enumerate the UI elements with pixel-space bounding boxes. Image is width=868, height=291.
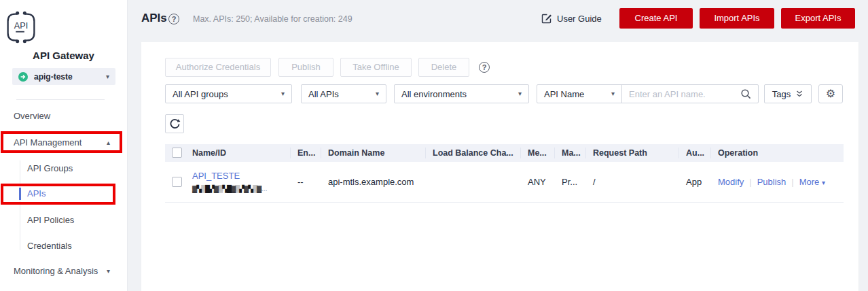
cell-domain-name: api-mtls.example.com [321, 177, 426, 187]
column-header-domain-name: Domain Name [321, 148, 426, 158]
help-icon[interactable]: ? [479, 62, 490, 73]
more-action-link[interactable]: More ▾ [799, 177, 825, 187]
modify-action-link[interactable]: Modify [718, 177, 744, 187]
sidebar-item-api-management[interactable]: API Management ▴ [14, 135, 115, 150]
sidebar-item-monitoring-analysis[interactable]: Monitoring & Analysis ▾ [14, 264, 115, 279]
api-table: Name/ID En... Domain Name Load Balance C… [165, 144, 844, 203]
sidebar-item-overview[interactable]: Overview [14, 109, 115, 124]
help-icon[interactable]: ? [168, 14, 179, 24]
column-header-load-balance: Load Balance Cha... [426, 148, 521, 158]
api-gateway-logo: API [0, 7, 127, 47]
page-title: APIs [141, 12, 167, 25]
search-input[interactable] [622, 85, 758, 103]
api-id-redacted: ▓▚▒█▞▓▒▚█▓▒▞▓▚▒▓ [192, 185, 261, 192]
sidebar-item-label: API Management [14, 135, 82, 150]
svg-text:API: API [14, 21, 28, 31]
sidebar-divider [16, 99, 105, 100]
cell-method: ANY [521, 177, 555, 187]
select-all-checkbox[interactable] [172, 148, 182, 158]
chevron-down-icon: ▾ [822, 179, 825, 186]
column-header-env: En... [291, 148, 321, 158]
more-label: More [799, 177, 820, 187]
publish-action-link[interactable]: Publish [757, 177, 786, 187]
sidebar-item-label: Credentials [27, 239, 72, 254]
environment-filter-dropdown[interactable]: All environments ▾ [394, 84, 529, 103]
search-combo: API Name ▾ [537, 84, 759, 103]
dropdown-value: All APIs [308, 89, 339, 99]
cell-matching: Pr... [555, 177, 586, 187]
chevron-down-icon: ▾ [611, 90, 615, 97]
cell-env: -- [291, 177, 321, 187]
action-separator: | [791, 177, 793, 187]
column-header-request-path: Request Path [586, 148, 679, 158]
dropdown-value: All API groups [173, 89, 228, 99]
chevron-down-icon: ▾ [518, 90, 522, 97]
quota-text: Max. APIs: 250; Available for creation: … [193, 14, 352, 24]
column-header-method: Me... [521, 148, 555, 158]
user-guide-label: User Guide [557, 14, 602, 24]
chevron-down-icon: ▾ [281, 90, 285, 97]
sidebar-item-label: APIs [27, 186, 46, 201]
instance-name: apig-teste [34, 72, 73, 82]
user-guide-icon [541, 13, 552, 24]
chevron-down-icon[interactable]: ▾ [106, 73, 109, 80]
chevron-down-icon: ▾ [107, 268, 110, 275]
chevron-up-icon: ▴ [107, 139, 110, 146]
tags-label: Tags [772, 89, 791, 99]
column-header-operation: Operation [711, 148, 844, 158]
search-icon[interactable] [740, 88, 752, 100]
api-id-ellipsis: ... [261, 184, 267, 192]
nav-indent-line [20, 160, 20, 250]
sidebar-item-label: API Groups [27, 161, 73, 176]
instance-status-icon [18, 72, 28, 82]
sidebar-item-credentials[interactable]: Credentials [27, 239, 115, 254]
gear-icon: ⚙ [826, 88, 835, 99]
import-apis-button[interactable]: Import APIs [700, 8, 774, 29]
column-settings-button[interactable]: ⚙ [818, 84, 843, 103]
sidebar-item-api-policies[interactable]: API Policies [27, 213, 115, 228]
double-chevron-down-icon [795, 90, 803, 98]
sidebar-item-label: Monitoring & Analysis [14, 264, 98, 279]
api-group-filter-dropdown[interactable]: All API groups ▾ [165, 84, 292, 103]
take-offline-button[interactable]: Take Offline [340, 58, 412, 77]
sidebar: API API Gateway apig-teste ▾ Overview AP… [0, 0, 128, 291]
create-api-button[interactable]: Create API [619, 8, 693, 29]
instance-selector[interactable]: apig-teste ▾ [12, 68, 115, 85]
sidebar-item-api-groups[interactable]: API Groups [27, 161, 115, 176]
active-nav-indicator [19, 188, 21, 200]
user-guide-link[interactable]: User Guide [541, 13, 602, 24]
authorize-credentials-button[interactable]: Authorize Credentials [165, 58, 271, 77]
column-header-name-id: Name/ID [185, 148, 291, 158]
column-header-auth: Au... [679, 148, 711, 158]
refresh-icon [169, 118, 181, 130]
sidebar-item-label: API Policies [27, 213, 74, 228]
row-checkbox[interactable] [172, 177, 182, 187]
sidebar-item-apis[interactable]: APIs [27, 186, 115, 201]
cell-auth: App [679, 177, 711, 187]
refresh-button[interactable] [165, 114, 184, 133]
column-header-matching: Ma... [555, 148, 586, 158]
dropdown-value: API Name [544, 89, 584, 99]
sidebar-title: API Gateway [0, 50, 127, 61]
export-apis-button[interactable]: Export APIs [781, 8, 855, 29]
main-panel: Authorize Credentials Publish Take Offli… [141, 42, 858, 291]
table-row: API_TESTE ▓▚▒█▞▓▒▚█▓▒▞▓▚▒▓... -- api-mtl… [165, 162, 844, 203]
delete-button[interactable]: Delete [418, 58, 469, 77]
publish-button[interactable]: Publish [278, 58, 333, 77]
table-header-row: Name/ID En... Domain Name Load Balance C… [165, 144, 844, 162]
tags-button[interactable]: Tags [764, 84, 812, 103]
sidebar-item-label: Overview [14, 109, 50, 124]
action-separator: | [749, 177, 751, 187]
search-category-dropdown[interactable]: API Name ▾ [537, 85, 622, 103]
chevron-down-icon: ▾ [376, 90, 379, 97]
cell-request-path: / [586, 177, 679, 187]
dropdown-value: All environments [401, 89, 467, 99]
api-name-link[interactable]: API_TESTE [192, 171, 291, 181]
api-status-filter-dropdown[interactable]: All APIs ▾ [301, 84, 386, 103]
